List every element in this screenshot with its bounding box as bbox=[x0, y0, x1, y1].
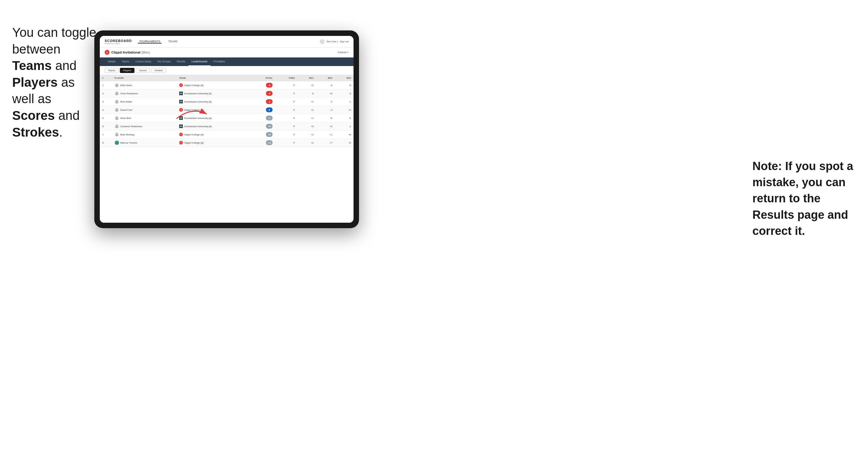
cell-rd1: -5 bbox=[297, 89, 316, 98]
table-row: 6Cameron RobertsonSBScoreboard Universit… bbox=[100, 122, 353, 130]
cell-rd2: -6 bbox=[316, 81, 335, 89]
cell-total: -8 bbox=[251, 81, 275, 89]
cell-rd2: +2 bbox=[316, 122, 335, 130]
nav-item-teams[interactable]: TEAMS bbox=[167, 40, 179, 43]
team-icon-clippd: C bbox=[179, 83, 183, 87]
cell-player: Blair McHarg bbox=[112, 130, 177, 139]
tab-teams[interactable]: Teams bbox=[119, 58, 132, 66]
team-name: Clippd College [A] bbox=[184, 142, 204, 144]
player-avatar bbox=[115, 108, 119, 112]
cell-team: SBScoreboard University [A] bbox=[177, 89, 251, 98]
cell-rank: 5 bbox=[100, 114, 112, 122]
cell-rd2: +7 bbox=[316, 139, 335, 147]
user-avatar bbox=[320, 39, 324, 44]
cell-team: CClippd College [A] bbox=[177, 106, 251, 114]
cell-rd3: +3 bbox=[335, 106, 353, 114]
svg-point-2 bbox=[116, 100, 118, 102]
svg-point-5 bbox=[116, 125, 118, 127]
team-name: Clippd College [A] bbox=[184, 84, 204, 87]
player-name: Elliot Ebert bbox=[121, 84, 132, 87]
cell-player: Elliot Ebert bbox=[112, 81, 177, 89]
cell-rank: 6 bbox=[100, 122, 112, 130]
nav-item-tournaments[interactable]: TOURNAMENTS bbox=[138, 40, 161, 43]
tab-tee-groups[interactable]: Tee Groups bbox=[154, 58, 174, 66]
col-rd1: RD1 bbox=[297, 75, 316, 81]
nav-right: Test User | Sign out bbox=[320, 39, 349, 44]
tournament-header: C Clippd Invitational (Men) Cancel × bbox=[100, 48, 353, 58]
cell-rd1: +3 bbox=[297, 81, 316, 89]
player-avatar bbox=[115, 99, 119, 104]
col-thru: THRU bbox=[275, 75, 297, 81]
table-row: 7Blair McHargCClippd College [A]+8F+2+1+… bbox=[100, 130, 353, 139]
table-header-row: # PLAYER TEAM TOTAL THRU RD1 RD2 RD3 bbox=[100, 75, 353, 81]
sign-out-link[interactable]: Sign out bbox=[340, 40, 349, 43]
cell-player: Marcus Turners bbox=[112, 139, 177, 147]
cancel-button[interactable]: Cancel × bbox=[338, 51, 349, 54]
tab-leaderboards[interactable]: Leaderboards bbox=[188, 58, 210, 66]
player-name: David Ford bbox=[121, 108, 132, 111]
cell-total: -2 bbox=[251, 98, 275, 106]
cell-player: Chris Robertson bbox=[112, 89, 177, 98]
sub-tab-players[interactable]: Players bbox=[120, 68, 135, 73]
cell-total: +1 bbox=[251, 114, 275, 122]
tablet-screen: SCOREBOARD Powered by clippd TOURNAMENTS… bbox=[100, 36, 353, 223]
team-icon-sb: SB bbox=[179, 124, 183, 128]
cell-rd3: -1 bbox=[335, 98, 353, 106]
cell-team: CClippd College [A] bbox=[177, 139, 251, 147]
team-icon-sb: SB bbox=[179, 116, 183, 120]
svg-point-4 bbox=[116, 117, 118, 118]
user-name: Test User | bbox=[327, 40, 338, 43]
col-rd3: RD3 bbox=[335, 75, 353, 81]
tournament-title: C Clippd Invitational (Men) bbox=[105, 50, 150, 55]
player-name: Cameron Robertson bbox=[121, 125, 143, 128]
col-rd2: RD2 bbox=[316, 75, 335, 81]
player-avatar bbox=[115, 124, 119, 128]
logo-area: SCOREBOARD Powered by clippd bbox=[105, 39, 132, 44]
team-icon-clippd: C bbox=[179, 133, 183, 136]
tabs-bar: Details Teams Course Setup Tee Groups Re… bbox=[100, 58, 353, 66]
cell-player: Cameron Robertson bbox=[112, 122, 177, 130]
team-icon-clippd: C bbox=[179, 108, 183, 112]
cell-rd1: +2 bbox=[297, 130, 316, 139]
cell-rank: 4 bbox=[100, 106, 112, 114]
cell-rd1: +1 bbox=[297, 106, 316, 114]
team-name: Clippd College [A] bbox=[184, 108, 204, 111]
tab-printables[interactable]: Printables bbox=[211, 58, 228, 66]
sub-tab-scores[interactable]: Scores bbox=[136, 68, 150, 73]
tab-details[interactable]: Details bbox=[105, 58, 119, 66]
cell-player: Rich Butler bbox=[112, 98, 177, 106]
table-row: 5Rees BrittSBScoreboard University [A]+1… bbox=[100, 114, 353, 122]
cell-rank: 7 bbox=[100, 130, 112, 139]
cell-rd3: -1 bbox=[335, 122, 353, 130]
cell-rank: 1 bbox=[100, 81, 112, 89]
tournament-name: Clippd Invitational (Men) bbox=[111, 51, 150, 54]
table-row: 8Marcus TurnersCClippd College [A]+11F+2… bbox=[100, 139, 353, 147]
player-avatar bbox=[115, 116, 119, 120]
clippd-logo-icon: C bbox=[105, 50, 110, 55]
sub-tab-teams[interactable]: Teams bbox=[105, 68, 119, 73]
cell-rd3: -4 bbox=[335, 89, 353, 98]
cell-rank: 8 bbox=[100, 139, 112, 147]
tab-results[interactable]: Results bbox=[174, 58, 188, 66]
team-icon-clippd: C bbox=[179, 141, 183, 145]
player-name: Marcus Turners bbox=[121, 142, 137, 144]
col-player: PLAYER bbox=[112, 75, 177, 81]
nav-items: TOURNAMENTS TEAMS bbox=[138, 40, 319, 43]
cell-rd3: +6 bbox=[335, 130, 353, 139]
cell-rd2: +1 bbox=[316, 130, 335, 139]
tab-course-setup[interactable]: Course Setup bbox=[132, 58, 154, 66]
cell-total: E bbox=[251, 106, 275, 114]
svg-point-6 bbox=[116, 133, 118, 135]
table-row: 3Rich ButlerSBScoreboard University [A]-… bbox=[100, 98, 353, 106]
sub-tab-strokes[interactable]: Strokes bbox=[151, 68, 166, 73]
cell-total: +6 bbox=[251, 122, 275, 130]
team-name: Scoreboard University [A] bbox=[184, 92, 212, 95]
cell-rd1: +2 bbox=[297, 139, 316, 147]
svg-point-3 bbox=[116, 108, 118, 110]
top-nav: SCOREBOARD Powered by clippd TOURNAMENTS… bbox=[100, 36, 353, 48]
cell-rank: 3 bbox=[100, 98, 112, 106]
cell-total: +8 bbox=[251, 130, 275, 139]
sub-tabs: Teams Players Scores Strokes bbox=[100, 66, 353, 75]
cell-team: SBScoreboard University [A] bbox=[177, 98, 251, 106]
leaderboard-table: # PLAYER TEAM TOTAL THRU RD1 RD2 RD3 1El… bbox=[100, 75, 353, 223]
